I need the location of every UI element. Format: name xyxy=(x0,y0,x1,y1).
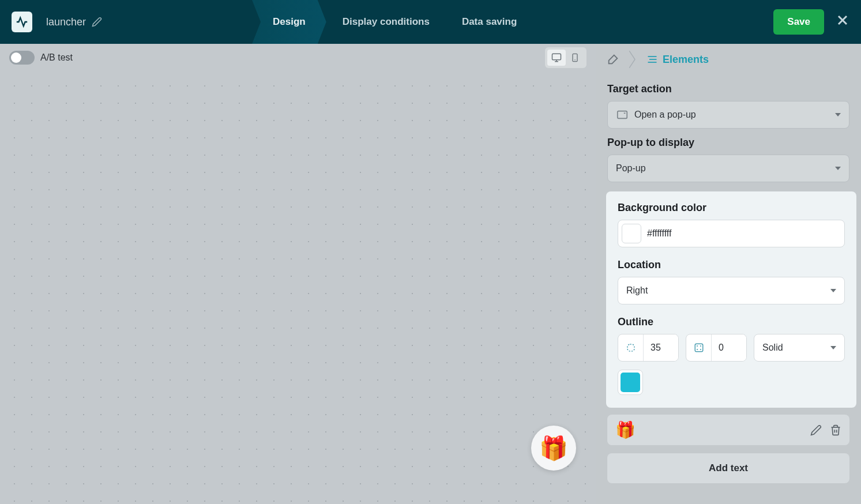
popup-to-display-select[interactable]: Pop-up xyxy=(607,155,849,182)
location-select[interactable]: Right xyxy=(618,277,845,304)
elements-icon xyxy=(646,54,658,65)
target-action-label: Target action xyxy=(607,83,849,95)
outline-color-swatch xyxy=(621,373,640,392)
chevron-down-icon xyxy=(830,289,836,292)
target-action-select[interactable]: Open a pop-up xyxy=(607,101,849,129)
close-button[interactable] xyxy=(836,13,849,31)
background-color-input[interactable] xyxy=(618,220,845,247)
outline-radius-group xyxy=(618,334,679,362)
svg-rect-13 xyxy=(695,344,703,352)
paintbrush-icon xyxy=(607,53,619,66)
panel-content: Target action Open a pop-up Pop-up to di… xyxy=(596,75,861,495)
app-header: launcher Design Display conditions Data … xyxy=(0,0,861,44)
outline-width-input[interactable] xyxy=(712,334,746,361)
edit-icon[interactable] xyxy=(92,17,102,27)
ab-test-toggle[interactable] xyxy=(9,51,35,65)
popup-to-display-label: Pop-up to display xyxy=(607,137,849,149)
location-label: Location xyxy=(618,259,845,271)
separator-icon xyxy=(629,51,636,68)
background-color-text[interactable] xyxy=(647,228,837,239)
save-button[interactable]: Save xyxy=(773,9,824,35)
add-text-button[interactable]: Add text xyxy=(607,453,849,483)
svg-point-14 xyxy=(697,346,697,347)
mobile-icon xyxy=(570,53,580,62)
svg-rect-2 xyxy=(552,54,561,60)
design-canvas[interactable] xyxy=(0,72,596,504)
chevron-down-icon xyxy=(835,113,841,116)
tab-design[interactable]: Design xyxy=(252,0,326,44)
border-width-icon xyxy=(686,334,712,361)
device-switch xyxy=(545,47,586,68)
device-desktop-button[interactable] xyxy=(547,50,566,66)
app-logo xyxy=(12,12,32,32)
delete-icon[interactable] xyxy=(830,424,841,436)
desktop-icon xyxy=(551,52,562,63)
popup-icon xyxy=(616,108,629,121)
outline-color-picker[interactable] xyxy=(618,370,643,395)
chevron-down-icon xyxy=(835,167,841,170)
svg-point-15 xyxy=(700,346,701,347)
image-layer-row[interactable]: 🎁 xyxy=(607,415,849,445)
svg-rect-12 xyxy=(627,344,634,351)
device-mobile-button[interactable] xyxy=(566,50,584,66)
background-color-swatch[interactable] xyxy=(622,224,641,243)
edit-icon[interactable] xyxy=(810,424,822,436)
ab-test-label: A/B test xyxy=(40,52,73,63)
tab-display-conditions[interactable]: Display conditions xyxy=(326,0,446,44)
outline-controls: Solid xyxy=(618,334,845,362)
background-color-label: Background color xyxy=(618,202,845,214)
svg-point-17 xyxy=(700,349,701,350)
panel-tab-style[interactable] xyxy=(601,48,625,71)
gift-icon: 🎁 xyxy=(539,435,568,462)
panel-tab-elements[interactable]: Elements xyxy=(646,54,709,66)
panel-tabs: Elements xyxy=(596,44,861,75)
launcher-preview[interactable]: 🎁 xyxy=(531,426,576,471)
outline-radius-input[interactable] xyxy=(644,334,678,361)
outline-style-select[interactable]: Solid xyxy=(754,334,845,362)
style-settings-section: Background color Location Right Outline xyxy=(606,191,856,408)
project-name[interactable]: launcher xyxy=(46,16,102,28)
svg-rect-10 xyxy=(618,111,627,119)
outline-label: Outline xyxy=(618,316,845,328)
main-area: A/B test 🎁 xyxy=(0,44,861,504)
canvas-toolbar: A/B test xyxy=(0,44,596,72)
ab-test-control: A/B test xyxy=(9,51,73,65)
right-panel: Elements Target action Open a pop-up Pop… xyxy=(596,44,861,504)
header-tabs: Design Display conditions Data saving xyxy=(252,0,533,44)
canvas-area: A/B test 🎁 xyxy=(0,44,596,504)
image-row-actions xyxy=(810,424,841,436)
chevron-down-icon xyxy=(830,346,836,349)
tab-data-saving[interactable]: Data saving xyxy=(446,0,533,44)
border-radius-icon xyxy=(618,334,644,361)
gift-icon: 🎁 xyxy=(615,420,636,439)
svg-point-16 xyxy=(697,349,697,350)
outline-width-group xyxy=(686,334,747,362)
